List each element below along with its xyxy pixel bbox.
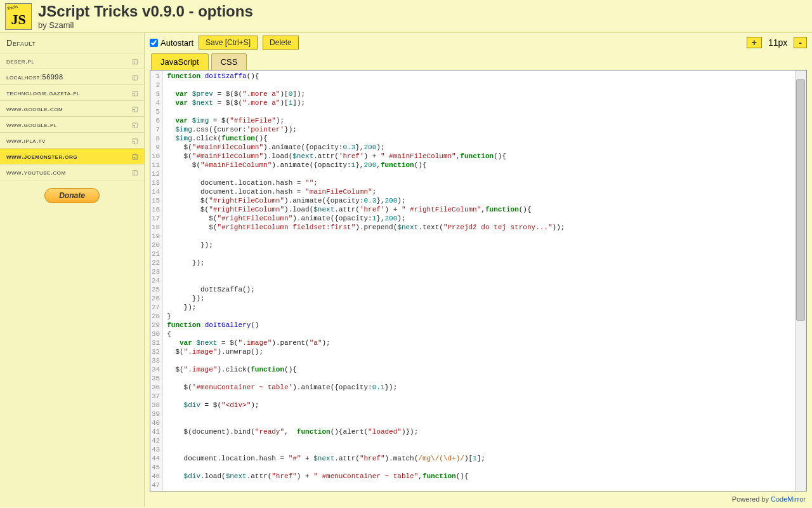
scrollbar-thumb[interactable]: [796, 79, 805, 321]
footer-text: Powered by: [732, 495, 771, 503]
sidebar-item-label: www.ipla.tv: [6, 137, 46, 144]
external-link-icon[interactable]: ◱: [132, 105, 138, 112]
app-title: JScript Tricks v0.9.0 - options: [38, 3, 253, 20]
title-block: JScript Tricks v0.9.0 - options by Szami…: [38, 3, 253, 30]
autostart-checkbox[interactable]: [150, 39, 158, 47]
sidebar-item-label: www.joemonster.org: [6, 152, 77, 160]
external-link-icon[interactable]: ◱: [132, 74, 138, 81]
app-byline: by Szamil: [38, 20, 253, 30]
sidebar-item-deser-pl[interactable]: deser.pl◱: [0, 53, 144, 69]
content: Autostart Save [Ctrl+S] Delete + 11px - …: [145, 33, 812, 507]
sidebar-item-www-joemonster-org[interactable]: www.joemonster.org◱: [0, 149, 144, 164]
sidebar-item-label: www.google.pl: [6, 121, 57, 128]
sidebar: Defaultdeser.pl◱localhost:56998◱technolo…: [0, 33, 145, 507]
tab-css[interactable]: CSS: [211, 53, 247, 70]
code-editor[interactable]: 1 2 3 4 5 6 7 8 9 10 11 12 13 14 15 16 1…: [150, 70, 807, 491]
app-logo: Tricks JS: [5, 3, 32, 30]
sidebar-item-label: localhost:56998: [6, 73, 63, 81]
sidebar-item-default[interactable]: Default: [0, 33, 144, 53]
external-link-icon[interactable]: ◱: [132, 121, 138, 128]
autostart-toggle[interactable]: Autostart: [150, 38, 193, 48]
font-decrease-button[interactable]: -: [794, 37, 807, 48]
external-link-icon[interactable]: ◱: [132, 153, 138, 160]
external-link-icon[interactable]: ◱: [132, 90, 138, 97]
sidebar-item-www-ipla-tv[interactable]: www.ipla.tv◱: [0, 133, 144, 149]
font-increase-button[interactable]: +: [747, 37, 762, 48]
sidebar-item-www-google-pl[interactable]: www.google.pl◱: [0, 117, 144, 133]
header: Tricks JS JScript Tricks v0.9.0 - option…: [0, 0, 812, 33]
sidebar-item-label: www.youtube.com: [6, 168, 66, 176]
editor-tabs: JavaScript CSS: [145, 53, 812, 70]
external-link-icon[interactable]: ◱: [132, 169, 138, 176]
sidebar-item-label: technologie.gazeta.pl: [6, 89, 80, 97]
save-button[interactable]: Save [Ctrl+S]: [199, 36, 258, 50]
donate-button[interactable]: Donate: [44, 188, 100, 203]
main: Defaultdeser.pl◱localhost:56998◱technolo…: [0, 33, 812, 507]
sidebar-item-www-google-com[interactable]: www.google.com◱: [0, 101, 144, 117]
donate-wrap: Donate: [0, 180, 144, 211]
sidebar-item-localhost-56998[interactable]: localhost:56998◱: [0, 69, 144, 85]
line-gutter: 1 2 3 4 5 6 7 8 9 10 11 12 13 14 15 16 1…: [150, 70, 163, 491]
tab-javascript[interactable]: JavaScript: [151, 53, 209, 70]
codemirror-link[interactable]: CodeMirror: [771, 495, 806, 503]
scrollbar[interactable]: [795, 70, 806, 491]
logo-small-text: Tricks: [6, 4, 18, 11]
sidebar-item-label: deser.pl: [6, 57, 34, 65]
code-area[interactable]: function doItSzaffa(){ var $prev = $($("…: [163, 70, 806, 491]
sidebar-item-label: www.google.com: [6, 105, 63, 112]
external-link-icon[interactable]: ◱: [132, 58, 138, 65]
delete-button[interactable]: Delete: [263, 36, 299, 50]
sidebar-item-technologie-gazeta-pl[interactable]: technologie.gazeta.pl◱: [0, 85, 144, 101]
external-link-icon[interactable]: ◱: [132, 137, 138, 144]
sidebar-item-label: Default: [6, 38, 36, 48]
autostart-label: Autostart: [160, 38, 193, 48]
sidebar-item-www-youtube-com[interactable]: www.youtube.com◱: [0, 164, 144, 180]
font-size-label: 11px: [764, 37, 791, 48]
footer: Powered by CodeMirror: [145, 494, 812, 507]
font-controls: + 11px -: [747, 37, 807, 48]
logo-big-text: JS: [11, 11, 25, 28]
toolbar: Autostart Save [Ctrl+S] Delete + 11px -: [145, 33, 812, 52]
